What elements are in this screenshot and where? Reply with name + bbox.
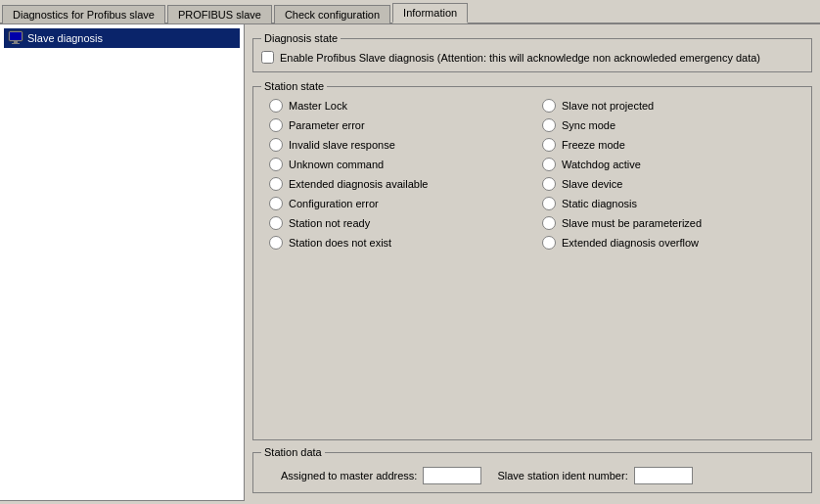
svg-rect-1 (10, 32, 22, 40)
svg-rect-3 (12, 43, 20, 44)
radio-item-invalid-slave[interactable]: Invalid slave response (269, 138, 523, 152)
radio-label-master-lock: Master Lock (289, 100, 347, 112)
radio-circle-watchdog (542, 158, 556, 171)
station-data-group: Station data Assigned to master address:… (252, 452, 812, 493)
radio-circle-slave-not-projected (542, 99, 556, 113)
radio-circle-slave-must-param (542, 216, 556, 230)
tab-check[interactable]: Check configuration (274, 5, 390, 23)
radio-label-unknown-command: Unknown command (289, 159, 384, 170)
enable-diagnosis-checkbox[interactable] (261, 51, 274, 64)
master-address-label: Assigned to master address: (281, 470, 417, 481)
station-data-content: Assigned to master address: Slave statio… (261, 467, 803, 484)
radio-item-extended-overflow[interactable]: Extended diagnosis overflow (542, 236, 796, 250)
radio-label-slave-must-param: Slave must be parameterized (562, 217, 702, 229)
sidebar: Slave diagnosis (0, 24, 245, 501)
radio-item-watchdog[interactable]: Watchdog active (542, 158, 796, 171)
enable-diagnosis-label: Enable Profibus Slave diagnosis (Attenti… (280, 52, 760, 64)
ident-number-field: Slave station ident number: (497, 467, 692, 484)
radio-item-slave-must-param[interactable]: Slave must be parameterized (542, 216, 796, 230)
station-state-group: Station state Master Lock Slave not proj… (252, 86, 812, 440)
radio-label-watchdog: Watchdog active (562, 159, 641, 170)
radio-circle-master-lock (269, 99, 283, 113)
radio-circle-sync-mode (542, 118, 556, 132)
radio-label-slave-not-projected: Slave not projected (562, 100, 654, 112)
radio-circle-static-diagnosis (542, 197, 556, 210)
radio-circle-extended-diagnosis (269, 177, 283, 191)
station-state-grid: Master Lock Slave not projected Paramete… (261, 99, 803, 250)
master-address-field: Assigned to master address: (281, 467, 481, 484)
radio-circle-invalid-slave (269, 138, 283, 152)
tab-profibus[interactable]: PROFIBUS slave (167, 5, 272, 23)
radio-item-unknown-command[interactable]: Unknown command (269, 158, 523, 171)
master-address-input[interactable] (423, 467, 481, 484)
radio-item-extended-diagnosis[interactable]: Extended diagnosis available (269, 177, 523, 191)
radio-circle-station-not-ready (269, 216, 283, 230)
radio-circle-slave-device (542, 177, 556, 191)
radio-item-station-not-ready[interactable]: Station not ready (269, 216, 523, 230)
radio-item-station-not-exist[interactable]: Station does not exist (269, 236, 523, 250)
main-content: Slave diagnosis Diagnosis state Enable P… (0, 24, 820, 501)
radio-circle-parameter-error (269, 118, 283, 132)
radio-circle-config-error (269, 197, 283, 210)
radio-item-sync-mode[interactable]: Sync mode (542, 118, 796, 132)
enable-diagnosis-row: Enable Profibus Slave diagnosis (Attenti… (261, 51, 803, 64)
radio-label-extended-diagnosis: Extended diagnosis available (289, 178, 429, 190)
tab-diagnostics[interactable]: Diagnostics for Profibus slave (2, 5, 165, 23)
radio-item-parameter-error[interactable]: Parameter error (269, 118, 523, 132)
ident-number-label: Slave station ident number: (497, 470, 627, 481)
radio-item-slave-device[interactable]: Slave device (542, 177, 796, 191)
radio-label-slave-device: Slave device (562, 178, 622, 190)
tab-information[interactable]: Information (392, 3, 468, 23)
ident-number-input[interactable] (634, 467, 693, 484)
radio-label-station-not-exist: Station does not exist (289, 237, 391, 249)
diagnosis-state-group: Diagnosis state Enable Profibus Slave di… (252, 38, 812, 72)
station-state-title: Station state (261, 80, 327, 92)
radio-label-config-error: Configuration error (289, 198, 379, 209)
radio-circle-station-not-exist (269, 236, 283, 250)
radio-label-station-not-ready: Station not ready (289, 217, 370, 229)
sidebar-item-slave-diagnosis[interactable]: Slave diagnosis (4, 28, 240, 48)
radio-label-invalid-slave: Invalid slave response (289, 139, 395, 151)
svg-rect-2 (14, 41, 18, 43)
diagnosis-state-title: Diagnosis state (261, 32, 341, 44)
radio-circle-freeze-mode (542, 138, 556, 152)
radio-item-slave-not-projected[interactable]: Slave not projected (542, 99, 796, 113)
radio-item-config-error[interactable]: Configuration error (269, 197, 523, 210)
radio-label-parameter-error: Parameter error (289, 119, 365, 131)
radio-label-sync-mode: Sync mode (562, 119, 615, 131)
sidebar-item-label: Slave diagnosis (27, 32, 103, 44)
radio-item-freeze-mode[interactable]: Freeze mode (542, 138, 796, 152)
radio-circle-unknown-command (269, 158, 283, 171)
radio-circle-extended-overflow (542, 236, 556, 250)
radio-item-static-diagnosis[interactable]: Static diagnosis (542, 197, 796, 210)
radio-label-freeze-mode: Freeze mode (562, 139, 625, 151)
computer-icon (8, 30, 23, 46)
radio-item-master-lock[interactable]: Master Lock (269, 99, 523, 113)
radio-label-static-diagnosis: Static diagnosis (562, 198, 637, 209)
right-panel: Diagnosis state Enable Profibus Slave di… (245, 24, 820, 501)
station-data-title: Station data (261, 446, 325, 458)
radio-label-extended-overflow: Extended diagnosis overflow (562, 237, 699, 249)
tab-bar: Diagnostics for Profibus slave PROFIBUS … (0, 0, 820, 24)
